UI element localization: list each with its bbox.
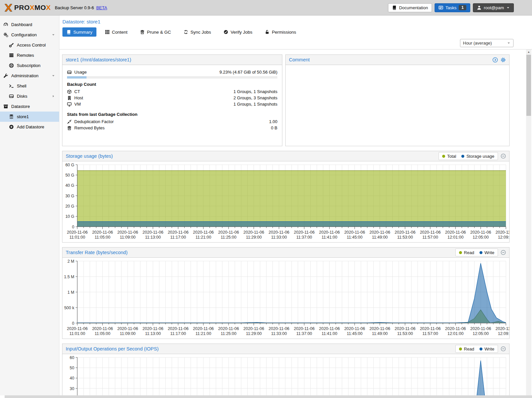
sidebar-item-remotes[interactable]: Remotes	[0, 50, 59, 60]
expand-chevron-icon[interactable]	[492, 57, 498, 63]
svg-text:2020-11-06: 2020-11-06	[218, 326, 239, 331]
count-label: VM	[74, 102, 81, 107]
collapse-caret-icon[interactable]	[52, 74, 55, 78]
svg-text:12:01:00: 12:01:00	[447, 331, 464, 336]
legend-label: Total	[447, 154, 456, 159]
gc-value: 0 B	[271, 125, 277, 130]
svg-text:11:53:00: 11:53:00	[397, 235, 413, 240]
svg-text:2020-11-06: 2020-11-06	[268, 326, 289, 331]
svg-text:11:25:00: 11:25:00	[221, 331, 236, 336]
timeframe-value: Hour (average)	[463, 41, 492, 46]
svg-text:2020-11-06: 2020-11-06	[243, 230, 264, 235]
vertical-scrollbar[interactable]: ▲	[526, 50, 531, 395]
sidebar-item-access-control[interactable]: Access Control	[0, 40, 59, 50]
gear-icon[interactable]	[500, 57, 506, 63]
svg-text:11:09:00: 11:09:00	[120, 235, 136, 240]
svg-text:2020-11-06: 2020-11-06	[294, 230, 315, 235]
tab-content[interactable]: Content	[101, 27, 131, 37]
legend-dot	[479, 348, 482, 350]
sidebar: Dashboard Configuration Access Control R…	[0, 16, 59, 398]
comment-content[interactable]	[286, 65, 509, 72]
collapse-panel-icon[interactable]	[501, 250, 506, 255]
desktop-icon	[67, 102, 72, 107]
sidebar-label: Administration	[11, 73, 38, 78]
task-list-icon	[439, 5, 443, 10]
svg-text:12:09:00: 12:09:00	[498, 331, 510, 336]
svg-text:2020-11-06: 2020-11-06	[117, 230, 138, 235]
documentation-button[interactable]: Documentation	[388, 3, 432, 12]
tab-verify-jobs[interactable]: Verify Jobs	[220, 27, 256, 37]
svg-text:11:33:00: 11:33:00	[271, 235, 287, 240]
svg-text:30: 30	[70, 386, 74, 391]
svg-text:2020-11-06: 2020-11-06	[92, 230, 113, 235]
svg-text:11:25:00: 11:25:00	[221, 235, 236, 240]
svg-text:30 G: 30 G	[65, 194, 74, 198]
sidebar-item-store1[interactable]: store1	[0, 112, 59, 122]
beta-link[interactable]: BETA	[96, 5, 107, 10]
svg-text:12:09:00: 12:09:00	[498, 235, 510, 240]
proxmox-x-icon	[4, 3, 13, 12]
tab-sync-jobs[interactable]: Sync Jobs	[180, 27, 215, 37]
scrollbar-thumb[interactable]	[526, 55, 531, 116]
panel-header: Comment	[286, 55, 509, 65]
hdd-icon	[9, 94, 14, 99]
legend-item-read[interactable]: Read	[459, 347, 474, 351]
tab-prune-gc[interactable]: Prune & GC	[136, 27, 175, 37]
count-value: 1 Groups, 1 Snapshots	[233, 89, 277, 94]
archive-icon	[3, 104, 8, 109]
user-menu-button[interactable]: root@pam	[473, 3, 514, 12]
expand-caret-icon[interactable]	[52, 94, 55, 98]
backup-count-heading: Backup Count	[67, 82, 277, 87]
collapse-caret-icon[interactable]	[52, 33, 55, 37]
svg-text:11:49:00: 11:49:00	[372, 331, 388, 336]
svg-text:2020-11-06: 2020-11-06	[117, 326, 138, 331]
panel-title: Comment	[289, 57, 310, 62]
sidebar-item-shell[interactable]: Shell	[0, 81, 59, 91]
svg-text:11:33:00: 11:33:00	[271, 331, 287, 336]
compress-icon	[67, 119, 72, 124]
scroll-up-arrow[interactable]: ▲	[526, 50, 531, 54]
book-icon	[66, 30, 71, 34]
sidebar-item-dashboard[interactable]: Dashboard	[0, 19, 59, 30]
sidebar-item-administration[interactable]: Administration	[0, 71, 59, 81]
sidebar-item-disks[interactable]: Disks	[0, 91, 59, 101]
sidebar-label: Shell	[17, 83, 26, 88]
svg-text:2020-11-06: 2020-11-06	[294, 326, 315, 331]
tab-label: Summary	[73, 30, 92, 35]
key-icon	[9, 43, 14, 48]
bottom-strip	[0, 395, 532, 398]
svg-text:2020-11-06: 2020-11-06	[67, 230, 88, 235]
svg-text:50: 50	[70, 366, 74, 370]
svg-text:60: 60	[70, 355, 74, 360]
sidebar-item-add-datastore[interactable]: Add Datastore	[0, 122, 59, 132]
sidebar-item-datastore[interactable]: Datastore	[0, 101, 59, 112]
tab-summary[interactable]: Summary	[62, 27, 96, 37]
tab-permissions[interactable]: Permissions	[261, 27, 300, 37]
summary-toolbar: Hour (average)	[59, 37, 532, 50]
legend-item-write[interactable]: Write	[479, 347, 494, 351]
sidebar-label: Dashboard	[11, 22, 32, 27]
collapse-panel-icon[interactable]	[501, 346, 506, 351]
legend-item-read[interactable]: Read	[459, 250, 474, 255]
tab-label: Permissions	[272, 30, 296, 35]
topbar: PROXMOX Backup Server 0.9-6 BETA Documen…	[0, 0, 532, 16]
sidebar-item-configuration[interactable]: Configuration	[0, 30, 59, 40]
sidebar-label: Subscription	[17, 63, 41, 68]
svg-text:2020-11-06: 2020-11-06	[143, 326, 163, 331]
timeframe-select[interactable]: Hour (average)	[460, 39, 514, 47]
svg-text:11:05:00: 11:05:00	[95, 331, 111, 336]
svg-text:11:21:00: 11:21:00	[195, 331, 211, 336]
sidebar-item-subscription[interactable]: Subscription	[0, 60, 59, 71]
legend-item-total[interactable]: Total	[442, 154, 456, 159]
user-icon	[477, 5, 481, 10]
svg-text:11:05:00: 11:05:00	[95, 235, 111, 240]
tasks-button[interactable]: Tasks 1	[435, 3, 470, 12]
svg-text:2020-11-06: 2020-11-06	[470, 230, 491, 235]
legend-dot	[479, 251, 482, 254]
svg-text:11:49:00: 11:49:00	[372, 235, 388, 240]
collapse-panel-icon[interactable]	[501, 153, 506, 159]
legend-item-storage-usage[interactable]: Storage usage	[461, 154, 494, 159]
legend-item-write[interactable]: Write	[479, 250, 494, 255]
svg-text:11:37:00: 11:37:00	[296, 331, 312, 336]
server-bars-icon	[9, 53, 14, 58]
